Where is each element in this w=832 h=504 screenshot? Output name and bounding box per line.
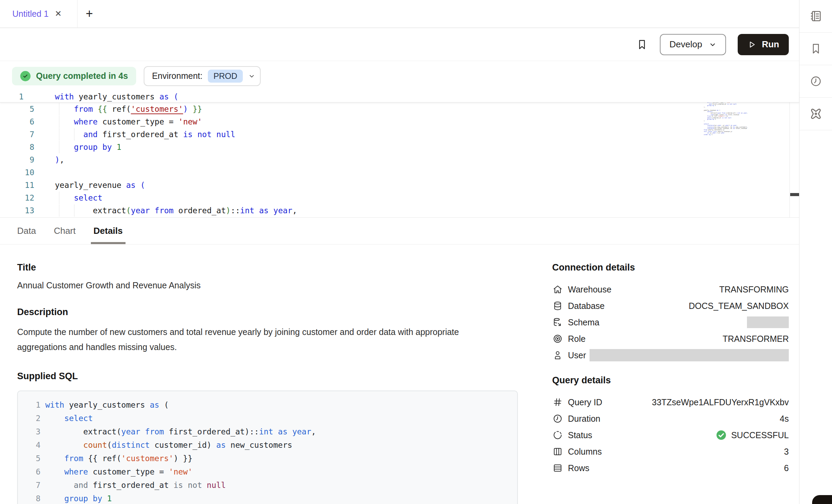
add-tab-button[interactable]: +: [86, 8, 93, 20]
editor-lines: 5 from {{ ref('customers') }}6 where cus…: [0, 103, 799, 217]
detail-value: 3: [784, 447, 789, 457]
detail-row: Columns3: [552, 443, 789, 460]
title-value: Annual Customer Growth and Revenue Analy…: [17, 280, 518, 290]
detail-label: Status: [568, 430, 592, 440]
detail-label: User: [568, 350, 586, 360]
detail-row: Rows6: [552, 460, 789, 476]
code-line: 6 where customer_type = 'new': [0, 115, 799, 128]
detail-value: 4s: [780, 414, 789, 424]
results-tab-data[interactable]: Data: [17, 218, 36, 244]
rows-icon: [552, 463, 563, 473]
success-check-icon: [20, 71, 31, 81]
status-row: Query completed in 4s Environment: PROD: [0, 61, 799, 91]
editor-sticky-line: 1with yearly_customers as (: [0, 91, 799, 103]
code-line: 12 select: [0, 191, 799, 204]
run-button[interactable]: Run: [738, 34, 789, 55]
tab-close-icon[interactable]: ✕: [55, 9, 62, 19]
title-heading: Title: [17, 262, 518, 273]
database-icon: [552, 300, 563, 311]
editor-scrollbar-thumb[interactable]: [790, 193, 799, 196]
spinner-icon: [552, 430, 563, 441]
detail-row: DatabaseDOCS_TEAM_SANDBOX: [552, 298, 789, 314]
line-number: 5: [0, 105, 34, 113]
code-line: 4 count(distinct customer_id) as new_cus…: [23, 438, 517, 452]
code-line: 8 group by 1: [0, 141, 799, 153]
code-line: 8 group by 1: [23, 492, 517, 504]
bookmark-button[interactable]: [636, 38, 648, 51]
supplied-sql-block: 1with yearly_customers as (2 select3 ext…: [17, 391, 518, 504]
detail-label: Database: [568, 301, 605, 311]
line-number: 7: [23, 481, 40, 490]
history-clock-icon: [810, 75, 822, 87]
notebook-icon: [809, 10, 822, 23]
play-icon: [747, 40, 756, 49]
develop-dropdown[interactable]: Develop: [660, 34, 726, 55]
duration-clock-icon: [552, 413, 563, 424]
detail-row: Duration4s: [552, 410, 789, 427]
ide-app: Untitled 1 ✕ + Develop Run: [0, 0, 832, 504]
schema-icon: [552, 317, 563, 328]
line-number: 6: [23, 467, 40, 476]
query-details-heading: Query details: [552, 375, 789, 386]
code-line: 7 and first_ordered_at is not null: [23, 478, 517, 492]
run-label: Run: [762, 39, 779, 50]
help-widget-button[interactable]: [812, 495, 832, 504]
chevron-down-icon: [248, 73, 255, 80]
code-line: 2 select: [23, 411, 517, 425]
columns-icon: [552, 446, 563, 457]
connection-details-heading: Connection details: [552, 262, 789, 273]
code-line: 10: [0, 166, 799, 179]
bookmark-icon: [636, 39, 648, 50]
description-heading: Description: [17, 307, 518, 317]
detail-label: Role: [568, 334, 585, 344]
environment-selector[interactable]: Environment: PROD: [144, 66, 261, 86]
status-success-icon: [716, 430, 726, 440]
tab-untitled-1[interactable]: Untitled 1 ✕: [0, 0, 78, 27]
redacted-value: [747, 316, 789, 328]
warehouse-icon: [552, 284, 563, 295]
sql-editor[interactable]: 1with yearly_customers as ( 5 from {{ re…: [0, 91, 799, 218]
detail-value: TRANSFORMER: [723, 334, 789, 344]
user-icon: [552, 350, 563, 361]
detail-label: Columns: [568, 447, 602, 457]
detail-label: Schema: [568, 317, 599, 327]
line-number: 3: [23, 427, 40, 436]
connection-details-rows: WarehouseTRANSFORMINGDatabaseDOCS_TEAM_S…: [552, 281, 789, 363]
detail-row: Schema: [552, 314, 789, 331]
code-line: 11yearly_revenue as (: [0, 179, 799, 191]
query-status-pill: Query completed in 4s: [12, 67, 136, 85]
code-line: 7 and first_ordered_at is not null: [0, 128, 799, 141]
line-number: 2: [23, 414, 40, 423]
sidebar-button-bookmark[interactable]: [799, 33, 832, 65]
results-tab-details[interactable]: Details: [94, 218, 123, 244]
detail-value: DOCS_TEAM_SANDBOX: [689, 301, 789, 311]
details-right-column: Connection details WarehouseTRANSFORMING…: [552, 262, 789, 476]
line-number: 9: [0, 155, 34, 164]
indent-guide: [59, 141, 59, 153]
line-number: 12: [0, 193, 34, 202]
detail-label: Warehouse: [568, 285, 611, 295]
redacted-value: [590, 349, 789, 361]
line-number: 6: [0, 117, 34, 126]
sidebar-button-history-clock[interactable]: [799, 65, 832, 98]
line-number: 4: [23, 441, 40, 449]
sidebar-button-dbt-logo[interactable]: [799, 98, 832, 130]
indent-guide: [74, 128, 74, 141]
detail-value: SUCCESSFUL: [716, 430, 789, 440]
code-line: 9),: [0, 153, 799, 166]
query-details-rows: Query ID33TZseWpe1ALFDUYerxR1gVKxbvDurat…: [552, 394, 789, 476]
tab-bar: Untitled 1 ✕ +: [0, 0, 799, 28]
line-number: 8: [0, 143, 34, 152]
indent-guide: [59, 192, 59, 204]
line-number: 10: [0, 168, 34, 177]
indent-guide: [59, 204, 59, 217]
toolbar: Develop Run: [0, 28, 799, 61]
indent-guide: [74, 204, 74, 217]
results-tab-chart[interactable]: Chart: [54, 218, 76, 244]
sidebar-button-notebook[interactable]: [799, 0, 832, 33]
details-left-column: Title Annual Customer Growth and Revenue…: [17, 262, 518, 504]
code-line: 6 where customer_type = 'new': [23, 465, 517, 478]
detail-row: Query ID33TZseWpe1ALFDUYerxR1gVKxbv: [552, 394, 789, 410]
code-line: 3 extract(year from first_ordered_at)::i…: [23, 425, 517, 438]
query-status-text: Query completed in 4s: [36, 71, 128, 81]
